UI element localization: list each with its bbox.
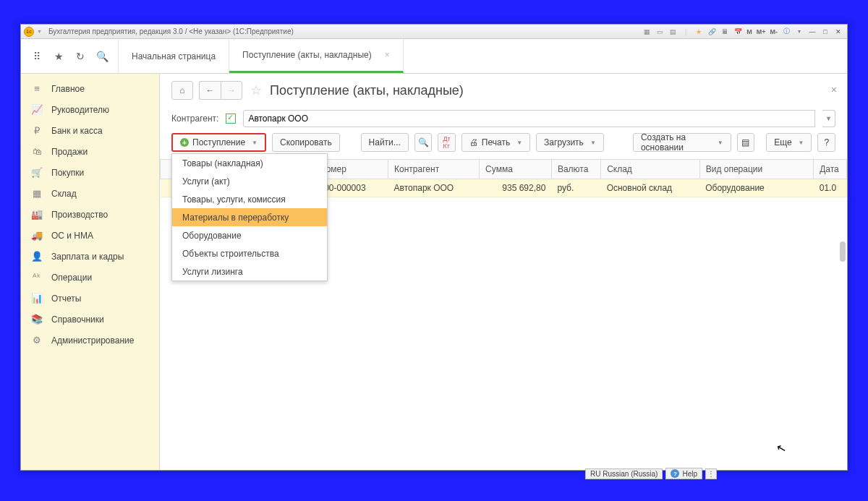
more-button[interactable]: Еще ▼: [766, 133, 812, 152]
tb-icon-5[interactable]: 🖩: [719, 27, 731, 37]
sidebar-item-1[interactable]: 📈Руководителю: [21, 99, 159, 120]
scrollbar-thumb[interactable]: [840, 241, 846, 262]
dropdown-item-3[interactable]: Материалы в переработку: [172, 208, 327, 226]
tb-caret[interactable]: ▼: [793, 27, 805, 37]
apps-grid-icon[interactable]: ⠿: [28, 48, 46, 65]
sidebar-label: Операции: [51, 273, 92, 283]
sidebar-label: Справочники: [51, 314, 104, 325]
report-button[interactable]: ▤: [737, 133, 755, 152]
page-title: Поступление (акты, накладные): [270, 83, 464, 98]
tb-icon-3[interactable]: ▤: [667, 27, 678, 37]
home-button[interactable]: ⌂: [171, 81, 193, 100]
contragent-dropdown-caret[interactable]: ▼: [822, 110, 835, 127]
col-header[interactable]: Склад: [601, 160, 700, 179]
tab-home-label: Начальная страница: [132, 51, 216, 61]
clear-filter-button[interactable]: 🔍: [414, 133, 433, 152]
tab-home[interactable]: Начальная страница: [119, 39, 229, 73]
statusbar: RU Russian (Russia) ?Help ⋮: [585, 467, 717, 480]
copy-button[interactable]: Скопировать: [272, 133, 340, 152]
col-header[interactable]: Дата: [814, 160, 847, 179]
sidebar-item-11[interactable]: 📚Справочники: [21, 309, 159, 330]
m-plus-button[interactable]: M+: [755, 27, 767, 37]
info-icon[interactable]: ⓘ: [780, 27, 792, 37]
sidebar-label: Отчеты: [51, 294, 81, 304]
favorite-icon[interactable]: ★: [693, 27, 705, 37]
cell-sum: 935 692,80: [480, 179, 552, 197]
printer-icon: 🖨: [469, 137, 478, 147]
history-icon[interactable]: ↻: [72, 48, 89, 65]
dropdown-item-1[interactable]: Услуги (акт): [172, 172, 327, 190]
cell-optype: Оборудование: [699, 179, 814, 197]
create-receipt-button[interactable]: + Поступление ▼: [171, 133, 266, 152]
tab-active[interactable]: Поступление (акты, накладные) ×: [229, 39, 404, 73]
sidebar-icon: ᴬᵏ: [31, 272, 43, 283]
app-icon: 1c: [24, 27, 34, 37]
chevron-down-icon: ▼: [799, 140, 804, 146]
page-close-icon[interactable]: ×: [831, 84, 837, 95]
contragent-input[interactable]: [243, 110, 815, 127]
sidebar-item-9[interactable]: ᴬᵏОперации: [21, 267, 159, 288]
dropdown-item-4[interactable]: Оборудование: [172, 226, 327, 244]
sidebar-label: Главное: [51, 84, 85, 94]
tab-close-icon[interactable]: ×: [385, 50, 390, 60]
help-button[interactable]: ?: [817, 133, 835, 152]
sidebar-label: Зарплата и кадры: [51, 252, 124, 262]
sidebar-item-3[interactable]: 🛍Продажи: [21, 141, 159, 162]
star-outline-icon[interactable]: ★: [50, 48, 67, 65]
search-icon[interactable]: 🔍: [93, 48, 111, 65]
dropdown-item-5[interactable]: Объекты строительства: [172, 244, 327, 262]
back-button[interactable]: ←: [199, 81, 221, 100]
sidebar-item-5[interactable]: ▦Склад: [21, 183, 159, 204]
sidebar-label: ОС и НМА: [51, 231, 93, 241]
sidebar-item-6[interactable]: 🏭Производство: [21, 204, 159, 225]
tb-icon-6[interactable]: 📅: [732, 27, 744, 37]
plus-icon: +: [180, 138, 189, 147]
window-title: Бухгалтерия предприятия, редакция 3.0 / …: [48, 27, 294, 35]
forward-button[interactable]: →: [221, 81, 242, 100]
receipt-type-dropdown: Товары (накладная)Услуги (акт)Товары, ус…: [171, 153, 328, 281]
tb-icon-2[interactable]: ▭: [654, 27, 665, 37]
maximize-button[interactable]: □: [820, 27, 831, 37]
dropdown-item-6[interactable]: Услуги лизинга: [172, 262, 327, 281]
app-menu-caret[interactable]: ▼: [37, 29, 43, 34]
sidebar-item-10[interactable]: 📊Отчеты: [21, 288, 159, 309]
cell-warehouse: Основной склад: [601, 179, 700, 197]
tb-icon-4[interactable]: 🔗: [706, 27, 718, 37]
status-menu[interactable]: ⋮: [705, 468, 717, 479]
dropdown-item-0[interactable]: Товары (накладная): [172, 154, 327, 172]
sidebar-label: Продажи: [51, 147, 88, 157]
sidebar-item-4[interactable]: 🛒Покупки: [21, 162, 159, 183]
cell-contragent: Автопарк ООО: [388, 179, 480, 197]
col-header[interactable]: Вид операции: [699, 160, 814, 179]
sidebar-item-12[interactable]: ⚙Администрирование: [21, 330, 159, 351]
tab-active-label: Поступление (акты, накладные): [242, 50, 372, 60]
m-minus-button[interactable]: M-: [769, 27, 780, 37]
sidebar-item-2[interactable]: ₽Банк и касса: [21, 120, 159, 141]
load-button[interactable]: Загрузить ▼: [536, 133, 604, 152]
col-header[interactable]: Сумма: [480, 160, 552, 179]
language-indicator[interactable]: RU Russian (Russia): [585, 468, 663, 479]
filter-checkbox[interactable]: [226, 114, 236, 124]
m-button[interactable]: M: [745, 27, 754, 37]
sidebar-item-0[interactable]: ≡Главное: [21, 78, 159, 99]
col-header[interactable]: Валюта: [551, 160, 600, 179]
minimize-button[interactable]: —: [807, 27, 818, 37]
app-window: 1c ▼ Бухгалтерия предприятия, редакция 3…: [20, 24, 848, 471]
dropdown-item-2[interactable]: Товары, услуги, комиссия: [172, 190, 327, 208]
sidebar-icon: 📈: [31, 104, 43, 116]
page-star-icon[interactable]: ☆: [248, 82, 264, 98]
sidebar-item-7[interactable]: 🚚ОС и НМА: [21, 225, 159, 246]
print-button[interactable]: 🖨 Печать ▼: [461, 133, 530, 152]
sidebar: ≡Главное📈Руководителю₽Банк и касса🛍Прода…: [21, 74, 160, 470]
find-button[interactable]: Найти...: [361, 133, 409, 152]
close-button[interactable]: ✕: [833, 27, 844, 37]
create-on-basis-button[interactable]: Создать на основании ▼: [633, 133, 731, 152]
chevron-down-icon: ▼: [252, 140, 258, 146]
col-header[interactable]: Контрагент: [388, 160, 480, 179]
help-indicator[interactable]: ?Help: [665, 468, 702, 479]
tb-icon-1[interactable]: ▦: [641, 27, 652, 37]
sidebar-item-8[interactable]: 👤Зарплата и кадры: [21, 246, 159, 267]
sidebar-icon: 🚚: [31, 230, 43, 241]
dt-kt-button[interactable]: ДтКт: [438, 133, 456, 152]
sidebar-icon: 📚: [31, 314, 43, 325]
